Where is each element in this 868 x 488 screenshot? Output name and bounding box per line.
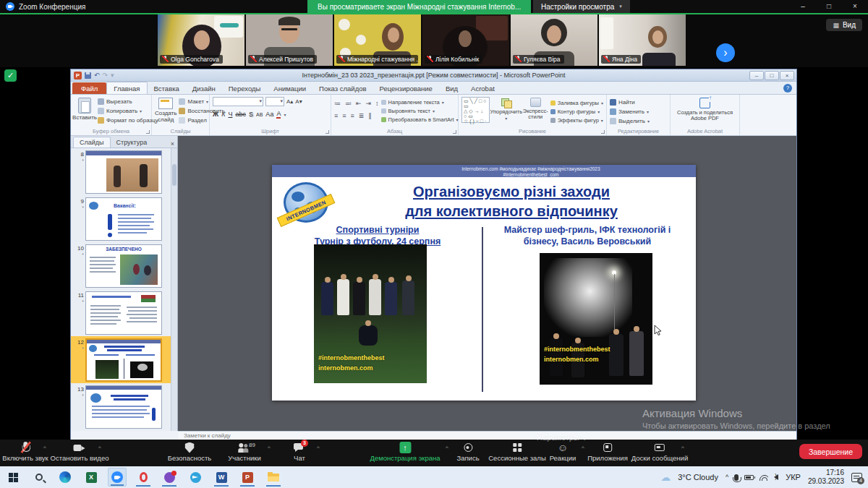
unmute-button[interactable]: Включить звук — [2, 442, 48, 462]
clock[interactable]: 17:16 29.03.2023 — [808, 468, 844, 486]
taskbar-edge[interactable] — [56, 468, 75, 487]
weather-text[interactable]: 3°C Cloudy — [678, 473, 718, 481]
tab-acrobat[interactable]: Acrobat — [464, 82, 501, 94]
columns-icon[interactable]: ∥ — [368, 112, 372, 119]
taskbar-telegram[interactable] — [186, 468, 205, 487]
participant-tile[interactable]: Алексей Пришутов — [246, 14, 333, 66]
taskbar-viber[interactable] — [160, 468, 179, 487]
slide-11-thumb[interactable] — [85, 291, 162, 335]
align-right-icon[interactable]: ≡ — [351, 112, 354, 119]
bold-button[interactable]: Ж — [213, 111, 218, 118]
shape-outline-button[interactable]: Контур фигуры▾ — [550, 108, 603, 116]
participant-tile[interactable]: Гуляєва Віра — [511, 14, 597, 66]
italic-button[interactable]: К — [221, 111, 225, 118]
chevron-up-icon[interactable]: ^ — [317, 445, 320, 451]
ppt-restore-button[interactable]: □ — [765, 71, 779, 80]
grow-font-icon[interactable]: A▴ — [286, 98, 293, 105]
chevron-up-icon[interactable]: ^ — [43, 445, 46, 451]
strike-button[interactable]: abc — [235, 111, 246, 118]
dialog-launcher-icon[interactable] — [146, 130, 150, 134]
share-screen-button[interactable]: ↑ Демонстрация экрана — [370, 442, 440, 462]
tray-mic-icon[interactable] — [734, 474, 739, 481]
hidden-icons-chevron[interactable]: ^ — [726, 474, 728, 481]
chevron-up-icon[interactable]: ^ — [446, 445, 448, 451]
shadow-button[interactable]: S — [249, 111, 253, 118]
underline-button[interactable]: Ч — [228, 111, 232, 118]
tab-home[interactable]: Главная — [106, 82, 147, 94]
slide-13-thumb[interactable] — [85, 385, 162, 429]
shapes-gallery[interactable]: ▭ ╲ ╱ □ ○ ▭ △ ◇ → ↓ ○ ▭ ☆ ( ) ~ □ · — [461, 97, 490, 123]
chevron-up-icon[interactable]: ^ — [681, 445, 684, 451]
dialog-launcher-icon[interactable] — [601, 130, 605, 134]
thumbnail-row[interactable]: 11* — [71, 289, 171, 336]
breakout-rooms-button[interactable]: Сессионные залы — [488, 442, 546, 462]
quick-styles-button[interactable]: Экспресс-стили — [523, 97, 548, 127]
minimize-button[interactable]: – — [790, 0, 816, 13]
indent-decrease-icon[interactable]: ⇤ — [356, 100, 362, 107]
thumbnail-row[interactable]: 8* — [71, 148, 171, 195]
taskbar-powerpoint[interactable]: P — [238, 468, 257, 487]
tab-animations[interactable]: Анимации — [267, 82, 312, 94]
tab-file[interactable]: Файл — [72, 82, 106, 94]
slide-12-thumb[interactable] — [85, 338, 162, 382]
chat-button[interactable]: 3 Чат — [294, 442, 305, 462]
whiteboards-button[interactable]: Доски сообщений — [631, 442, 688, 462]
view-settings-button[interactable]: Настройки просмотра ▾ — [533, 0, 630, 13]
start-button[interactable] — [4, 468, 22, 487]
bullets-icon[interactable]: ≔ — [334, 100, 341, 107]
shrink-font-icon[interactable]: A▾ — [295, 98, 302, 105]
participant-tile[interactable]: Міжнародні стажування ... — [334, 14, 421, 66]
tab-view[interactable]: Вид — [439, 82, 464, 94]
qat-dropdown-icon[interactable]: ▾ — [111, 72, 114, 79]
dialog-launcher-icon[interactable] — [453, 130, 456, 134]
thumbnail-row[interactable]: 13* — [71, 383, 171, 430]
cut-button[interactable]: Вырезать — [98, 97, 158, 106]
tab-outline-panel[interactable]: Структура — [111, 137, 153, 147]
indent-increase-icon[interactable]: ⇥ — [366, 100, 372, 107]
dialog-launcher-icon[interactable] — [326, 130, 329, 134]
taskbar-excel[interactable]: X — [82, 468, 101, 487]
chevron-up-icon[interactable]: ^ — [268, 445, 271, 451]
next-participants-button[interactable]: › — [716, 43, 735, 62]
char-spacing-button[interactable]: АВ — [256, 112, 263, 117]
apps-button[interactable]: Приложения — [587, 442, 628, 462]
panel-scrollbar[interactable] — [171, 148, 177, 431]
line-spacing-icon[interactable]: ↕ — [375, 100, 379, 107]
record-button[interactable]: Запись — [456, 442, 479, 462]
ppt-close-button[interactable]: × — [780, 71, 794, 80]
text-direction-button[interactable]: Направление текста▾ — [381, 98, 459, 106]
chevron-up-icon[interactable]: ^ — [98, 445, 101, 451]
speaker-icon[interactable] — [774, 474, 778, 480]
new-slide-button[interactable]: Создать слайд — [155, 97, 176, 127]
find-button[interactable]: Найти — [610, 98, 667, 106]
close-button[interactable]: × — [842, 0, 868, 13]
copy-button[interactable]: Копировать▾ — [98, 106, 158, 116]
align-text-button[interactable]: Выровнять текст▾ — [381, 107, 459, 115]
tab-slides-panel[interactable]: Слайды — [73, 137, 111, 147]
security-button[interactable]: Безопасность — [168, 442, 212, 462]
thumbnail-row-selected[interactable]: 12* — [71, 336, 171, 383]
arrange-button[interactable]: Упорядочить ▾ — [492, 97, 521, 127]
language-indicator[interactable]: УКР — [786, 473, 801, 481]
taskbar-zoom[interactable] — [108, 468, 127, 487]
numbering-icon[interactable]: ≕ — [345, 100, 352, 107]
participant-tile[interactable]: Лілія Кобильнік — [422, 14, 509, 66]
font-name-combo[interactable] — [213, 97, 263, 106]
end-meeting-button[interactable]: Завершение — [799, 444, 862, 459]
align-left-icon[interactable]: ≡ — [334, 112, 338, 119]
powerpoint-logo-icon[interactable]: P — [74, 72, 82, 80]
justify-icon[interactable]: ≣ — [359, 112, 365, 119]
create-pdf-button[interactable]: Создать и поделиться Adobe PDF — [674, 97, 736, 127]
panel-close-icon[interactable]: × — [171, 140, 174, 147]
scrollbar-thumb[interactable] — [172, 164, 176, 186]
thumbnail-row[interactable]: 10* ЗАБЕЗПЕЧЕНО — [71, 242, 171, 289]
tab-design[interactable]: Дизайн — [186, 82, 222, 94]
taskbar-word[interactable]: W — [212, 468, 231, 487]
smartart-button[interactable]: Преобразовать в SmartArt▾ — [381, 116, 459, 124]
participant-tile[interactable]: Olga Goncharova — [158, 14, 244, 66]
paste-button[interactable]: Вставить — [74, 97, 95, 127]
taskbar-search-button[interactable] — [30, 468, 48, 487]
format-painter-button[interactable]: Формат по образцу — [98, 116, 158, 125]
taskbar-explorer[interactable] — [264, 468, 283, 487]
slide-9-thumb[interactable]: Вакансії: — [85, 197, 162, 241]
